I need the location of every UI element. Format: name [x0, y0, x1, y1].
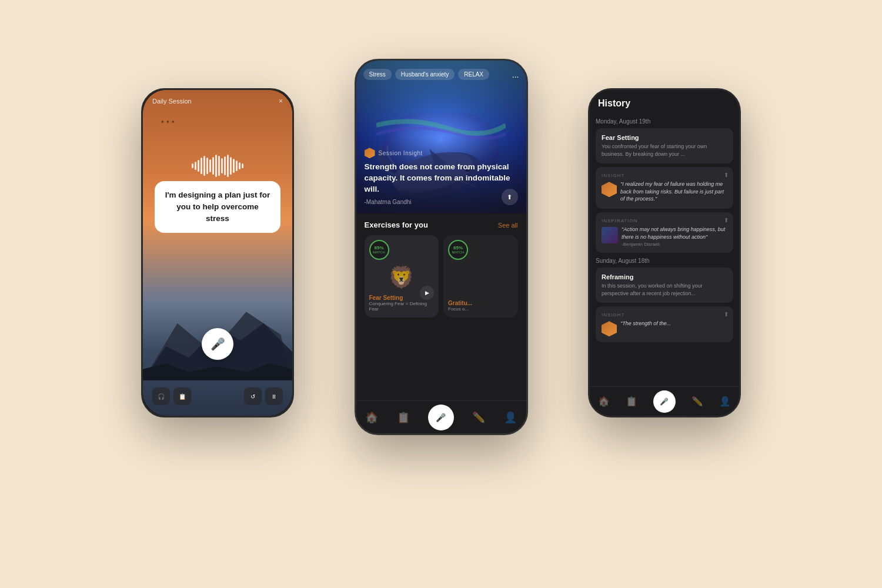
nav-home[interactable]: 🏠 — [365, 411, 378, 424]
inspiration-thumb-0 — [602, 227, 618, 243]
nav-notes[interactable]: ✏️ — [472, 411, 485, 424]
exercise-name-1: Gratitu... Focus o... — [448, 300, 513, 312]
phone-right: History Monday, August 19th Fear Setting… — [588, 88, 741, 417]
share-button[interactable]: ⬆ — [502, 189, 518, 205]
exercises-title: Exercises for you — [365, 220, 428, 229]
session-insight-card: Session Insight Strength does not come f… — [356, 136, 526, 213]
left-bottom-controls: 🎧 📋 ↺ ⏸ — [152, 387, 283, 405]
exercise-card-0[interactable]: 85% MATCH 🦁 ▶ Fear Setting Conquering Fe… — [365, 235, 439, 318]
right-nav-profile[interactable]: 👤 — [719, 396, 731, 407]
session-card-fear-setting[interactable]: Fear Setting You confronted your fear of… — [596, 128, 733, 163]
exercise-cards-row: 85% MATCH 🦁 ▶ Fear Setting Conquering Fe… — [365, 235, 518, 318]
exercises-header: Exercises for you See all — [365, 220, 518, 229]
more-tags-button[interactable]: ... — [512, 70, 519, 79]
right-nav-home[interactable]: 🏠 — [598, 396, 610, 407]
headphone-button[interactable]: 🎧 — [152, 387, 170, 405]
right-nav-mic[interactable]: 🎤 — [653, 390, 676, 413]
daily-session-title: Daily Session — [152, 98, 192, 105]
tag-relax[interactable]: RELAX — [458, 69, 489, 80]
right-nav-sessions[interactable]: 📋 — [626, 396, 637, 407]
insight-share-0[interactable]: ⬆ — [724, 172, 729, 178]
insight-card-1: INSIGHT "The strength of the... ⬆ — [596, 306, 733, 342]
tag-stress[interactable]: Stress — [363, 69, 392, 80]
exercises-section: Exercises for you See all 85% MATCH 🦁 ▶ — [356, 213, 526, 400]
nav-mic-center[interactable]: 🎤 — [428, 405, 454, 430]
insight-hex-0 — [602, 182, 617, 197]
nav-profile[interactable]: 👤 — [504, 411, 517, 424]
tag-anxiety[interactable]: Husband's anxiety — [395, 69, 455, 80]
notes-button[interactable]: 📋 — [173, 387, 191, 405]
insight-hex-1 — [602, 321, 617, 336]
restart-button[interactable]: ↺ — [244, 387, 262, 405]
session-insight-label-text: Session Insight — [379, 150, 423, 156]
match-badge-0: 85% MATCH — [369, 240, 389, 260]
history-header: History — [590, 90, 739, 113]
main-scene: ✦ ✦ ✦ Daily Session × — [118, 41, 764, 547]
inspiration-share-0[interactable]: ⬆ — [724, 217, 729, 223]
right-navbar: 🏠 📋 🎤 ✏️ 👤 — [590, 386, 739, 416]
right-controls-group: ↺ ⏸ — [244, 387, 283, 405]
nav-sessions[interactable]: 📋 — [397, 411, 410, 424]
insight-card-0: INSIGHT "I realized my fear of failure w… — [596, 167, 733, 209]
match-badge-1: 85% MATCH — [448, 240, 468, 260]
exercise-card-1[interactable]: 85% MATCH Gratitu... Focus o... — [443, 235, 518, 318]
speech-bubble: I'm designing a plan just for you to hel… — [155, 181, 280, 233]
inspiration-card-0: INSPIRATION "Action may not always bring… — [596, 212, 733, 253]
history-date-sunday: Sunday, August 18th — [596, 258, 733, 264]
daily-session-header: Daily Session × — [152, 97, 283, 105]
history-date-monday: Monday, August 19th — [596, 118, 733, 125]
quote-text: Strength does not come from physical cap… — [365, 162, 518, 195]
waveform — [192, 155, 243, 177]
hex-icon — [365, 148, 375, 158]
quote-author: -Mahatma Gandhi — [365, 199, 518, 205]
pause-button[interactable]: ⏸ — [265, 387, 283, 405]
phone-center: Stress Husband's anxiety RELAX ... Sessi… — [355, 59, 528, 435]
center-navbar: 🏠 📋 🎤 ✏️ 👤 — [356, 400, 526, 433]
right-nav-notes[interactable]: ✏️ — [691, 396, 703, 407]
mic-button[interactable]: 🎤 — [202, 328, 233, 360]
insight-share-1[interactable]: ⬆ — [724, 311, 729, 318]
history-scroll: Monday, August 19th Fear Setting You con… — [590, 113, 739, 386]
left-controls-group: 🎧 📋 — [152, 387, 191, 405]
tag-row: Stress Husband's anxiety RELAX ... — [363, 69, 519, 80]
lion-icon: 🦁 — [388, 265, 415, 290]
see-all-button[interactable]: See all — [498, 222, 518, 229]
exercise-name-0: Fear Setting Conquering Fear = Defining … — [369, 295, 435, 312]
speech-bubble-text: I'm designing a plan just for you to hel… — [165, 191, 270, 223]
session-card-reframing[interactable]: Reframing In this session, you worked on… — [596, 268, 733, 303]
mic-icon: 🎤 — [211, 337, 225, 351]
session-insight-label-row: Session Insight — [365, 148, 518, 158]
whale-hero-section: Stress Husband's anxiety RELAX ... Sessi… — [356, 61, 526, 213]
close-button[interactable]: × — [279, 97, 283, 105]
phone-left: ✦ ✦ ✦ Daily Session × — [141, 88, 294, 417]
